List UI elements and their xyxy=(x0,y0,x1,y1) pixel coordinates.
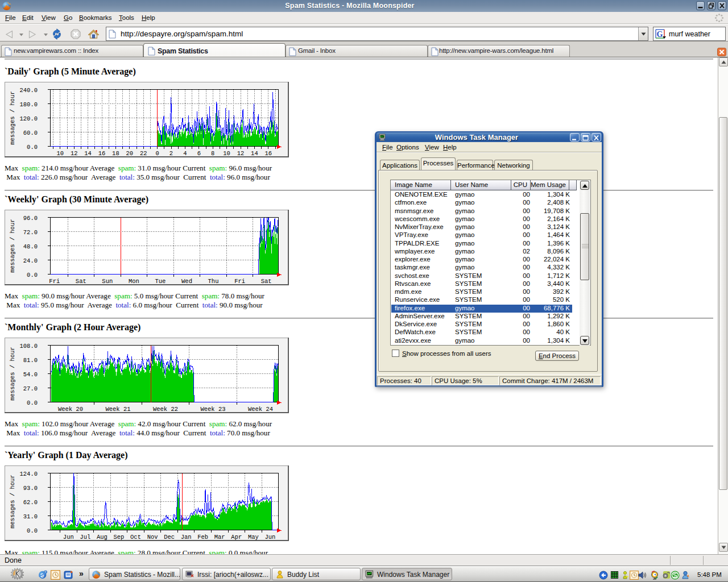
svg-text:Dec: Dec xyxy=(164,534,175,541)
svg-text:4: 4 xyxy=(183,150,187,157)
svg-text:Thu: Thu xyxy=(208,278,219,285)
svg-text:16: 16 xyxy=(98,150,106,157)
svg-text:0.0: 0.0 xyxy=(27,272,38,278)
svg-text:6: 6 xyxy=(197,150,201,157)
svg-text:Oct: Oct xyxy=(130,534,141,541)
svg-text:48.0: 48.0 xyxy=(23,243,38,250)
svg-text:108.0: 108.0 xyxy=(19,343,38,350)
svg-text:72.0: 72.0 xyxy=(23,229,38,236)
svg-text:93.0: 93.0 xyxy=(23,485,38,492)
svg-text:Jul: Jul xyxy=(80,534,90,541)
svg-text:0.0: 0.0 xyxy=(27,144,38,151)
svg-text:Nov: Nov xyxy=(147,534,158,541)
svg-text:20: 20 xyxy=(126,150,133,157)
svg-text:81.0: 81.0 xyxy=(23,357,38,364)
svg-text:124.0: 124.0 xyxy=(19,471,38,477)
svg-text:27.0: 27.0 xyxy=(23,385,38,392)
svg-text:Week 20: Week 20 xyxy=(58,406,83,413)
svg-text:messages / hour: messages / hour xyxy=(9,91,16,145)
svg-text:54.0: 54.0 xyxy=(23,371,38,378)
svg-text:Sun: Sun xyxy=(102,278,113,285)
svg-text:Wed: Wed xyxy=(181,278,192,285)
svg-text:12: 12 xyxy=(71,150,78,157)
svg-text:messages / hour: messages / hour xyxy=(9,347,16,401)
svg-text:messages / hour: messages / hour xyxy=(9,219,16,273)
svg-text:messages / hour: messages / hour xyxy=(9,475,16,529)
svg-text:Week 22: Week 22 xyxy=(153,406,178,413)
svg-text:Jun: Jun xyxy=(264,534,275,541)
svg-text:Aug: Aug xyxy=(97,534,107,541)
svg-text:8: 8 xyxy=(211,150,214,157)
svg-text:Feb: Feb xyxy=(197,534,208,541)
svg-text:Fri: Fri xyxy=(234,278,245,285)
svg-text:Jun: Jun xyxy=(63,534,74,541)
svg-text:Mar: Mar xyxy=(214,534,225,541)
svg-text:G: G xyxy=(657,30,663,39)
svg-text:16: 16 xyxy=(264,150,272,157)
svg-text:Week 24: Week 24 xyxy=(248,406,273,413)
svg-text:Week 21: Week 21 xyxy=(105,406,130,413)
svg-text:Apr: Apr xyxy=(231,534,242,541)
svg-text:18: 18 xyxy=(112,150,119,157)
svg-text:0.0: 0.0 xyxy=(27,527,38,534)
svg-text:Week 23: Week 23 xyxy=(200,406,225,413)
svg-text:Sat: Sat xyxy=(76,278,86,285)
svg-text:2: 2 xyxy=(169,150,173,157)
svg-text:240.0: 240.0 xyxy=(19,87,38,94)
svg-text:May: May xyxy=(248,534,259,541)
svg-text:Tue: Tue xyxy=(155,278,166,285)
svg-text:120.0: 120.0 xyxy=(19,115,38,122)
svg-text:14: 14 xyxy=(84,150,92,157)
svg-text:Jan: Jan xyxy=(181,534,192,541)
svg-text:Sat: Sat xyxy=(261,278,272,285)
svg-text:24.0: 24.0 xyxy=(23,257,38,264)
svg-text:96.0: 96.0 xyxy=(23,215,38,222)
svg-text:0: 0 xyxy=(155,150,159,157)
svg-text:62.0: 62.0 xyxy=(23,499,38,506)
svg-text:10: 10 xyxy=(223,150,230,157)
svg-text:22: 22 xyxy=(140,150,147,157)
svg-text:Mon: Mon xyxy=(129,278,139,285)
svg-text:31.0: 31.0 xyxy=(23,513,38,520)
svg-text:60.0: 60.0 xyxy=(23,130,38,136)
svg-text:10: 10 xyxy=(56,150,64,157)
svg-text:Fri: Fri xyxy=(49,278,60,285)
svg-text:14: 14 xyxy=(251,150,258,157)
svg-text:Sep: Sep xyxy=(113,534,124,541)
svg-text:180.0: 180.0 xyxy=(19,101,38,108)
svg-text:12: 12 xyxy=(237,150,245,157)
svg-text:0.0: 0.0 xyxy=(27,400,38,406)
